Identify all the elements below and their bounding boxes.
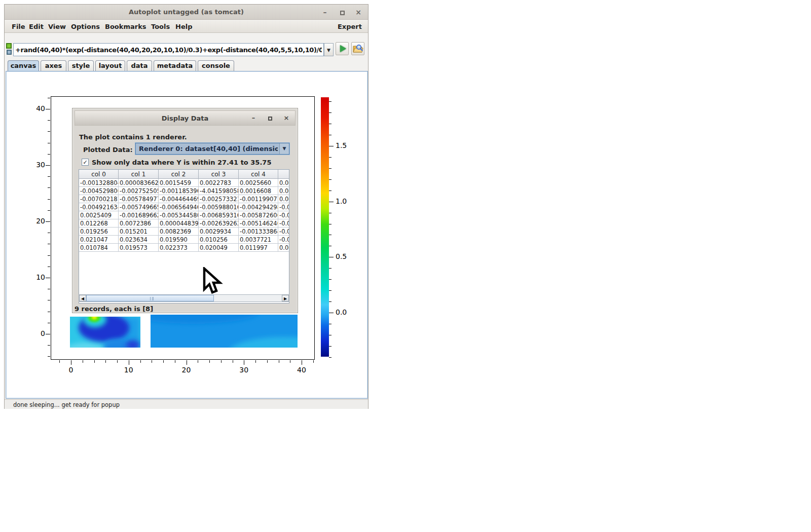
table-cell[interactable]: 0.0082369 xyxy=(159,227,199,236)
menu-bookmarks[interactable]: Bookmarks xyxy=(103,22,149,31)
table-cell[interactable]: 0.0022783 xyxy=(199,179,239,187)
table-cell[interactable]: -0.004529800... xyxy=(79,187,119,195)
scroll-right-button[interactable]: ▶ xyxy=(282,295,289,301)
table-cell[interactable]: -0.001199077... xyxy=(239,195,278,203)
tab-style[interactable]: style xyxy=(68,60,94,71)
scroll-left-button[interactable]: ◀ xyxy=(79,295,86,301)
table-column-header[interactable]: col 0 xyxy=(79,170,119,179)
tab-metadata[interactable]: metadata xyxy=(154,60,196,71)
uri-dropdown-button[interactable]: ▼ xyxy=(324,43,334,56)
table-cell[interactable]: -0.0 xyxy=(278,219,289,227)
table-cell[interactable]: 0.015201 xyxy=(119,227,159,236)
maximize-button[interactable] xyxy=(337,7,348,18)
go-indicator-icon[interactable] xyxy=(6,43,12,49)
table-cell[interactable]: -0.005784977... xyxy=(119,195,159,203)
dialog-close-button[interactable]: × xyxy=(281,113,291,123)
table-cell[interactable]: -0.004921634... xyxy=(79,203,119,211)
menu-file[interactable]: File xyxy=(10,22,27,31)
table-cell[interactable]: 0.0025409 xyxy=(79,211,119,219)
table-cell[interactable]: 0.010256 xyxy=(199,236,239,244)
chevron-down-icon[interactable]: ▼ xyxy=(279,143,289,154)
tab-layout[interactable]: layout xyxy=(95,60,125,71)
table-cell[interactable]: 0.000044839 xyxy=(159,219,199,227)
table-column-header[interactable]: col 2 xyxy=(159,170,199,179)
table-cell[interactable]: -0.0 xyxy=(278,203,289,211)
table-cell[interactable]: 0.012268 xyxy=(79,219,119,227)
table-cell[interactable]: -0.0 xyxy=(278,227,289,236)
table-column-header[interactable]: col 4 xyxy=(239,170,278,179)
table-cell[interactable]: 0.00 xyxy=(278,244,289,252)
go-button[interactable] xyxy=(336,42,349,55)
maximize-icon xyxy=(340,11,345,15)
table-cell[interactable]: 0.011997 xyxy=(239,244,278,252)
menu-tools[interactable]: Tools xyxy=(149,22,172,31)
tab-console[interactable]: console xyxy=(198,60,234,71)
horizontal-scrollbar[interactable]: ◀ ▶ xyxy=(79,294,289,302)
minimize-button[interactable]: – xyxy=(319,7,330,18)
table-cell[interactable]: -0.005988016... xyxy=(199,203,239,211)
table-cell[interactable]: -0.005749665... xyxy=(119,203,159,211)
table-cell[interactable]: 0.022373 xyxy=(159,244,199,252)
tab-canvas[interactable]: canvas xyxy=(8,60,39,71)
table-cell[interactable]: -0.006564946... xyxy=(159,203,199,211)
table-cell[interactable]: 0.0072386 xyxy=(119,219,159,227)
menu-options[interactable]: Options xyxy=(69,22,102,31)
table-cell[interactable]: -0.0 xyxy=(278,211,289,219)
table-cell[interactable]: -0.007002187... xyxy=(79,195,119,203)
menu-view[interactable]: View xyxy=(46,22,68,31)
table-cell[interactable]: 0.0016608 xyxy=(239,187,278,195)
table-cell[interactable]: -0.004294298... xyxy=(239,203,278,211)
table-cell[interactable]: 0.00 xyxy=(278,187,289,195)
table-cell[interactable]: 0.019256 xyxy=(79,227,119,236)
table-cell[interactable]: 0.0029934 xyxy=(199,227,239,236)
table-cell[interactable]: -0.002639263... xyxy=(199,219,239,227)
table-cell[interactable]: -0.001328804... xyxy=(79,179,119,187)
window-titlebar[interactable]: Autoplot untagged (as tomcat) – × xyxy=(5,5,368,20)
table-cell[interactable]: 0.0037721 xyxy=(239,236,278,244)
table-column-header[interactable]: col 3 xyxy=(199,170,239,179)
table-cell[interactable]: 0.0015459 xyxy=(159,179,199,187)
table-cell[interactable]: -0.005344580... xyxy=(159,211,199,219)
menu-edit[interactable]: Edit xyxy=(27,22,46,31)
table-cell[interactable]: 0.023634 xyxy=(119,236,159,244)
table-cell[interactable]: -4.041598058... xyxy=(199,187,239,195)
table-cell[interactable]: 0.020049 xyxy=(199,244,239,252)
table-cell[interactable]: -0.005146240... xyxy=(239,219,278,227)
table-cell[interactable]: -0.001185396... xyxy=(159,187,199,195)
table-cell[interactable]: -0.004464469... xyxy=(159,195,199,203)
filter-checkbox[interactable]: ✓ xyxy=(82,159,89,166)
table-cell[interactable]: 0.0025660 xyxy=(239,179,278,187)
table-column-header[interactable]: col 1 xyxy=(119,170,159,179)
table-cell[interactable]: -0.0 xyxy=(278,236,289,244)
table-cell[interactable]: 0.000083662 xyxy=(119,179,159,187)
table-cell[interactable]: -0.005872606... xyxy=(239,211,278,219)
uri-toolbar: ▼ xyxy=(5,33,368,60)
tab-axes[interactable]: axes xyxy=(41,60,66,71)
table-cell[interactable]: 0.019590 xyxy=(159,236,199,244)
inspect-uri-button[interactable] xyxy=(351,42,364,55)
scrollbar-thumb[interactable] xyxy=(86,295,214,301)
dialog-titlebar[interactable]: Display Data – × xyxy=(75,110,296,126)
table-cell[interactable]: -0.001689662... xyxy=(119,211,159,219)
tab-data[interactable]: data xyxy=(127,60,152,71)
table-cell[interactable]: -0.006859316... xyxy=(199,211,239,219)
dialog-minimize-button[interactable]: – xyxy=(248,113,259,123)
plotted-data-combobox[interactable]: Renderer 0: dataset[40,40] (dimension...… xyxy=(135,143,289,155)
table-cell[interactable]: 0.019573 xyxy=(119,244,159,252)
plotted-data-label: Plotted Data: xyxy=(83,146,133,154)
menu-help[interactable]: Help xyxy=(173,22,194,31)
table-cell[interactable]: 0.021047 xyxy=(79,236,119,244)
table-column-header[interactable] xyxy=(278,170,289,179)
expert-menu[interactable]: Expert xyxy=(338,23,362,30)
heatmap-image[interactable] xyxy=(66,312,304,352)
table-cell[interactable]: -0.002573321... xyxy=(199,195,239,203)
dialog-maximize-button[interactable] xyxy=(265,113,275,123)
table-cell[interactable]: -0.001333864... xyxy=(239,227,278,236)
table-cell[interactable]: 0.010784 xyxy=(79,244,119,252)
stop-indicator-icon[interactable] xyxy=(7,50,12,55)
table-cell[interactable]: -0.002752505... xyxy=(119,187,159,195)
table-cell[interactable]: 0.00 xyxy=(278,179,289,187)
close-button[interactable]: × xyxy=(353,7,364,18)
table-cell[interactable]: 0.00 xyxy=(278,195,289,203)
uri-input[interactable] xyxy=(13,43,324,56)
